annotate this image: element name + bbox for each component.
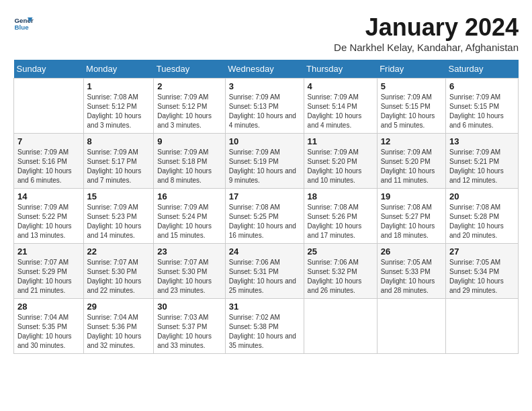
day-info: Sunrise: 7:09 AMSunset: 5:24 PMDaylight:… — [157, 203, 221, 240]
week-row-4: 21Sunrise: 7:07 AMSunset: 5:29 PMDayligh… — [14, 244, 519, 299]
table-cell — [14, 79, 84, 134]
table-cell: 21Sunrise: 7:07 AMSunset: 5:29 PMDayligh… — [14, 244, 84, 299]
day-number: 4 — [308, 81, 373, 91]
day-number: 19 — [381, 191, 442, 201]
day-info: Sunrise: 7:09 AMSunset: 5:14 PMDaylight:… — [308, 93, 373, 130]
table-cell: 27Sunrise: 7:05 AMSunset: 5:34 PMDayligh… — [446, 244, 519, 299]
day-info: Sunrise: 7:09 AMSunset: 5:21 PMDaylight:… — [449, 148, 515, 185]
col-monday: Monday — [83, 60, 154, 79]
day-info: Sunrise: 7:09 AMSunset: 5:17 PMDaylight:… — [87, 148, 150, 185]
day-number: 20 — [449, 191, 515, 201]
table-cell: 30Sunrise: 7:03 AMSunset: 5:37 PMDayligh… — [154, 299, 225, 354]
day-info: Sunrise: 7:04 AMSunset: 5:35 PMDaylight:… — [17, 313, 80, 351]
day-info: Sunrise: 7:08 AMSunset: 5:27 PMDaylight:… — [381, 203, 442, 240]
week-row-2: 7Sunrise: 7:09 AMSunset: 5:16 PMDaylight… — [14, 134, 519, 189]
calendar-subtitle: De Narkhel Kelay, Kandahar, Afghanistan — [334, 42, 519, 53]
day-info: Sunrise: 7:09 AMSunset: 5:20 PMDaylight:… — [381, 148, 442, 185]
day-number: 3 — [229, 81, 300, 91]
day-number: 29 — [87, 302, 150, 312]
table-cell: 25Sunrise: 7:06 AMSunset: 5:32 PMDayligh… — [304, 244, 377, 299]
day-info: Sunrise: 7:08 AMSunset: 5:25 PMDaylight:… — [229, 203, 300, 240]
day-number: 26 — [381, 246, 442, 257]
table-cell: 7Sunrise: 7:09 AMSunset: 5:16 PMDaylight… — [14, 134, 84, 189]
table-cell: 20Sunrise: 7:08 AMSunset: 5:28 PMDayligh… — [446, 189, 519, 244]
table-cell — [377, 299, 445, 354]
table-cell: 5Sunrise: 7:09 AMSunset: 5:15 PMDaylight… — [377, 79, 445, 134]
day-info: Sunrise: 7:08 AMSunset: 5:12 PMDaylight:… — [87, 93, 150, 130]
day-info: Sunrise: 7:07 AMSunset: 5:30 PMDaylight:… — [157, 258, 221, 295]
table-cell: 18Sunrise: 7:08 AMSunset: 5:26 PMDayligh… — [304, 189, 377, 244]
col-sunday: Sunday — [14, 60, 84, 79]
day-info: Sunrise: 7:06 AMSunset: 5:32 PMDaylight:… — [308, 258, 373, 295]
table-cell: 14Sunrise: 7:09 AMSunset: 5:22 PMDayligh… — [14, 189, 84, 244]
day-number: 31 — [229, 302, 300, 312]
logo: General Blue — [13, 13, 34, 34]
day-number: 9 — [157, 136, 221, 146]
table-cell: 13Sunrise: 7:09 AMSunset: 5:21 PMDayligh… — [446, 134, 519, 189]
day-number: 25 — [308, 246, 373, 257]
table-cell: 16Sunrise: 7:09 AMSunset: 5:24 PMDayligh… — [154, 189, 225, 244]
page-header: General Blue January 2024 De Narkhel Kel… — [13, 13, 519, 53]
day-info: Sunrise: 7:09 AMSunset: 5:19 PMDaylight:… — [229, 148, 300, 185]
table-cell: 2Sunrise: 7:09 AMSunset: 5:12 PMDaylight… — [154, 79, 225, 134]
day-info: Sunrise: 7:05 AMSunset: 5:34 PMDaylight:… — [449, 258, 515, 295]
day-info: Sunrise: 7:03 AMSunset: 5:37 PMDaylight:… — [157, 313, 221, 351]
day-number: 8 — [87, 136, 150, 146]
logo-icon: General Blue — [13, 13, 34, 34]
table-cell: 29Sunrise: 7:04 AMSunset: 5:36 PMDayligh… — [83, 299, 154, 354]
col-wednesday: Wednesday — [225, 60, 304, 79]
table-cell: 19Sunrise: 7:08 AMSunset: 5:27 PMDayligh… — [377, 189, 445, 244]
day-number: 11 — [308, 136, 373, 146]
table-cell: 10Sunrise: 7:09 AMSunset: 5:19 PMDayligh… — [225, 134, 304, 189]
table-cell: 11Sunrise: 7:09 AMSunset: 5:20 PMDayligh… — [304, 134, 377, 189]
col-friday: Friday — [377, 60, 445, 79]
day-number: 2 — [157, 81, 221, 91]
day-number: 27 — [449, 246, 515, 257]
table-cell: 6Sunrise: 7:09 AMSunset: 5:15 PMDaylight… — [446, 79, 519, 134]
day-number: 1 — [87, 81, 150, 91]
day-info: Sunrise: 7:04 AMSunset: 5:36 PMDaylight:… — [87, 313, 150, 351]
day-info: Sunrise: 7:06 AMSunset: 5:31 PMDaylight:… — [229, 258, 300, 295]
col-tuesday: Tuesday — [154, 60, 225, 79]
day-info: Sunrise: 7:08 AMSunset: 5:28 PMDaylight:… — [449, 203, 515, 240]
day-info: Sunrise: 7:09 AMSunset: 5:15 PMDaylight:… — [381, 93, 442, 130]
day-number: 15 — [87, 191, 150, 201]
week-row-1: 1Sunrise: 7:08 AMSunset: 5:12 PMDaylight… — [14, 79, 519, 134]
day-info: Sunrise: 7:02 AMSunset: 5:38 PMDaylight:… — [229, 313, 300, 351]
day-info: Sunrise: 7:09 AMSunset: 5:12 PMDaylight:… — [157, 93, 221, 130]
calendar-table: Sunday Monday Tuesday Wednesday Thursday… — [13, 60, 519, 354]
day-number: 6 — [449, 81, 515, 91]
day-number: 28 — [17, 302, 80, 312]
table-cell: 26Sunrise: 7:05 AMSunset: 5:33 PMDayligh… — [377, 244, 445, 299]
week-row-3: 14Sunrise: 7:09 AMSunset: 5:22 PMDayligh… — [14, 189, 519, 244]
svg-text:Blue: Blue — [15, 24, 30, 31]
day-number: 21 — [17, 246, 80, 257]
table-cell: 31Sunrise: 7:02 AMSunset: 5:38 PMDayligh… — [225, 299, 304, 354]
day-number: 17 — [229, 191, 300, 201]
table-cell: 24Sunrise: 7:06 AMSunset: 5:31 PMDayligh… — [225, 244, 304, 299]
day-number: 14 — [17, 191, 80, 201]
day-number: 10 — [229, 136, 300, 146]
day-number: 12 — [381, 136, 442, 146]
table-cell: 23Sunrise: 7:07 AMSunset: 5:30 PMDayligh… — [154, 244, 225, 299]
day-number: 13 — [449, 136, 515, 146]
day-number: 18 — [308, 191, 373, 201]
day-number: 16 — [157, 191, 221, 201]
table-cell: 8Sunrise: 7:09 AMSunset: 5:17 PMDaylight… — [83, 134, 154, 189]
title-section: January 2024 De Narkhel Kelay, Kandahar,… — [334, 13, 519, 53]
table-cell — [446, 299, 519, 354]
day-info: Sunrise: 7:07 AMSunset: 5:30 PMDaylight:… — [87, 258, 150, 295]
day-info: Sunrise: 7:09 AMSunset: 5:20 PMDaylight:… — [308, 148, 373, 185]
day-info: Sunrise: 7:09 AMSunset: 5:22 PMDaylight:… — [17, 203, 80, 240]
header-row: Sunday Monday Tuesday Wednesday Thursday… — [14, 60, 519, 79]
day-number: 5 — [381, 81, 442, 91]
day-info: Sunrise: 7:09 AMSunset: 5:16 PMDaylight:… — [17, 148, 80, 185]
day-number: 30 — [157, 302, 221, 312]
calendar-title: January 2024 — [334, 13, 519, 42]
table-cell: 4Sunrise: 7:09 AMSunset: 5:14 PMDaylight… — [304, 79, 377, 134]
table-cell: 9Sunrise: 7:09 AMSunset: 5:18 PMDaylight… — [154, 134, 225, 189]
day-number: 24 — [229, 246, 300, 257]
day-number: 7 — [17, 136, 80, 146]
day-info: Sunrise: 7:09 AMSunset: 5:23 PMDaylight:… — [87, 203, 150, 240]
table-cell: 17Sunrise: 7:08 AMSunset: 5:25 PMDayligh… — [225, 189, 304, 244]
